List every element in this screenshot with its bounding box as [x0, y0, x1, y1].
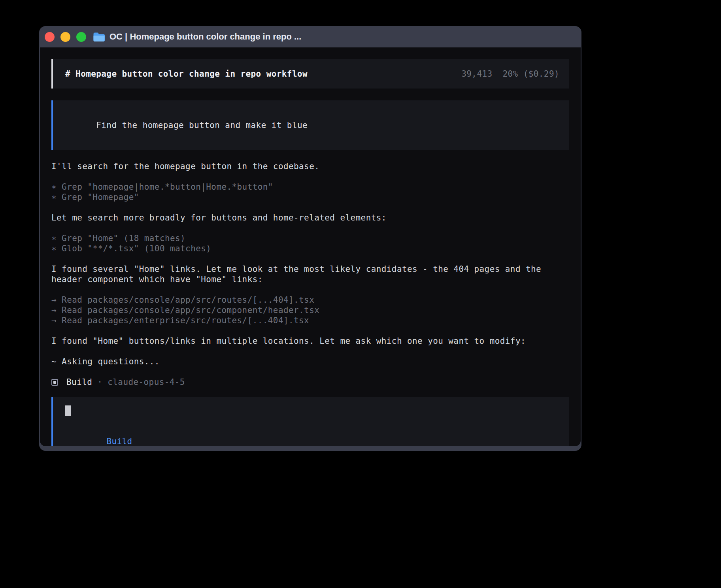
- assistant-status-line: ~ Asking questions...: [51, 356, 569, 367]
- token-count: 39,413: [461, 69, 492, 79]
- tool-call-line: ∗ Grep "homepage|home.*button|Home.*butt…: [51, 182, 569, 192]
- tool-call-line: → Read packages/console/app/src/routes/[…: [51, 295, 569, 305]
- agent-icon: [51, 379, 58, 386]
- assistant-text-line: I found several "Home" links. Let me loo…: [51, 264, 569, 274]
- assistant-text-line: I'll search for the homepage button in t…: [51, 161, 569, 172]
- tool-call-line: ∗ Glob "**/*.tsx" (100 matches): [51, 243, 569, 254]
- window-title: OC | Homepage button color change in rep…: [109, 32, 301, 42]
- tool-call-line: ∗ Grep "Homepage": [51, 192, 569, 202]
- agent-name: Build: [66, 377, 92, 387]
- agent-status-line: Build · claude-opus-4-5: [51, 377, 569, 387]
- close-window-button[interactable]: [45, 32, 55, 42]
- assistant-text-line: header component which have "Home" links…: [51, 274, 569, 285]
- prompt-input[interactable]: Build Claude Opus 4.5 OpenCode Zen: [51, 397, 569, 446]
- agent-model: claude-opus-4-5: [108, 377, 185, 387]
- session-stats: 39,413 20% ($0.29): [461, 69, 559, 79]
- session-header: # Homepage button color change in repo w…: [51, 59, 569, 89]
- folder-icon: [93, 32, 105, 42]
- assistant-transcript: I'll search for the homepage button in t…: [51, 161, 569, 367]
- assistant-text-line: Let me search more broadly for buttons a…: [51, 213, 569, 223]
- zoom-window-button[interactable]: [76, 32, 86, 42]
- agent-mode-label[interactable]: Build: [106, 437, 132, 446]
- text-cursor: [65, 405, 71, 416]
- prompt-text-line[interactable]: [65, 405, 559, 416]
- session-title: # Homepage button color change in repo w…: [65, 69, 308, 79]
- tool-call-line: ∗ Grep "Home" (18 matches): [51, 233, 569, 243]
- terminal-content[interactable]: # Homepage button color change in repo w…: [40, 47, 581, 446]
- tool-call-line: → Read packages/enterprise/src/routes/[.…: [51, 315, 569, 326]
- context-cost: 20% ($0.29): [503, 69, 559, 79]
- user-message-text: Find the homepage button and make it blu…: [96, 121, 308, 130]
- prompt-meta-line: Build Claude Opus 4.5 OpenCode Zen: [65, 426, 559, 446]
- user-message: Find the homepage button and make it blu…: [51, 100, 569, 150]
- terminal-window: OC | Homepage button color change in rep…: [39, 26, 581, 451]
- window-controls: [45, 32, 86, 42]
- assistant-text-line: I found "Home" buttons/links in multiple…: [51, 336, 569, 346]
- agent-separator: ·: [97, 377, 102, 387]
- window-titlebar[interactable]: OC | Homepage button color change in rep…: [39, 26, 581, 47]
- minimize-window-button[interactable]: [60, 32, 70, 42]
- window-title-group: OC | Homepage button color change in rep…: [93, 32, 301, 42]
- tool-call-line: → Read packages/console/app/src/componen…: [51, 305, 569, 315]
